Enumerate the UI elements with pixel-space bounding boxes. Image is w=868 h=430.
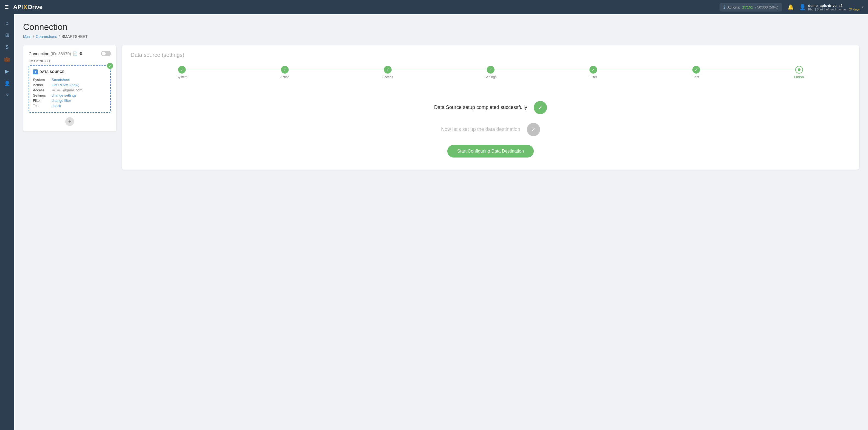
actions-total: / 50'000 (50%) [755, 5, 778, 9]
next-check-icon: ✓ [527, 123, 540, 136]
user-days: 27 days [849, 8, 860, 11]
breadcrumb: Main / Connections / SMARTSHEET [23, 34, 859, 39]
next-title: Now let's set up the data destination [441, 126, 520, 133]
logo-x: X [23, 4, 27, 11]
step-finish: Finish [747, 66, 850, 79]
ds-label-action: Action [33, 82, 52, 88]
breadcrumb-connections[interactable]: Connections [36, 34, 57, 39]
sidebar-item-dashboard[interactable]: ⊞ [2, 30, 12, 41]
ds-value-system[interactable]: Smartsheet [52, 77, 106, 82]
info-icon: ℹ [723, 5, 725, 10]
bell-icon[interactable]: 🔔 [787, 4, 794, 10]
step-label-filter: Filter [590, 75, 597, 79]
sidebar-item-home[interactable]: ⌂ [2, 18, 12, 29]
step-circle-access: ✓ [384, 66, 392, 73]
data-source-check-icon: ✓ [107, 63, 113, 69]
right-card-title-sub: (settings) [162, 52, 184, 58]
step-circle-finish [795, 66, 803, 73]
connection-toggle[interactable] [101, 51, 111, 56]
topbar: ☰ APIXDrive ℹ Actions: 25'151 / 50'000 (… [0, 0, 868, 14]
step-action: ✓ Action [234, 66, 336, 79]
add-block-button[interactable]: + [65, 117, 74, 126]
menu-icon[interactable]: ☰ [4, 4, 9, 10]
data-source-num: 1 [33, 69, 38, 74]
doc-icon[interactable]: 📄 [73, 51, 78, 56]
ds-label-test: Test [33, 103, 52, 109]
sidebar-item-account[interactable]: 👤 [2, 78, 12, 89]
ds-value-access[interactable]: ••••••••l@gmail.com [52, 88, 106, 93]
success-check-icon: ✓ [534, 101, 547, 114]
step-label-test: Test [693, 75, 699, 79]
ds-row-filter: Filter change filter [33, 98, 106, 103]
right-card-title-main: Data source [131, 52, 160, 58]
user-avatar-icon: 👤 [799, 4, 806, 10]
step-filter: ✓ Filter [542, 66, 645, 79]
right-card: Data source (settings) ✓ System ✓ Action… [122, 45, 859, 170]
logo-text-api: API [13, 4, 23, 11]
sidebar: ⌂ ⊞ $ 💼 ▶ 👤 ? [0, 14, 14, 430]
success-title: Data Source setup completed successfully [434, 104, 527, 111]
user-info: demo_apix-drive_s2 Plan | Start | left u… [808, 4, 860, 11]
success-row-2: Now let's set up the data destination ✓ [441, 123, 540, 136]
ds-row-action: Action Get ROWS (new) [33, 82, 106, 88]
sidebar-item-billing[interactable]: $ [2, 42, 12, 53]
step-label-settings: Settings [485, 75, 496, 79]
ds-value-filter[interactable]: change filter [52, 98, 106, 103]
step-circle-system: ✓ [178, 66, 186, 73]
step-settings: ✓ Settings [439, 66, 542, 79]
ds-row-test: Test check [33, 103, 106, 109]
left-card-header: Connection (ID: 38970) 📄 ⚙ [29, 51, 111, 56]
breadcrumb-sep-2: / [59, 34, 60, 39]
sidebar-item-integrations[interactable]: 💼 [2, 54, 12, 65]
ds-row-system: System Smartsheet [33, 77, 106, 82]
steps-bar: ✓ System ✓ Action ✓ Access ✓ Settings [131, 66, 850, 79]
ds-row-settings: Settings change settings [33, 93, 106, 98]
actions-counter[interactable]: ℹ Actions: 25'151 / 50'000 (50%) [719, 3, 782, 11]
data-source-block: ✓ 1 DATA SOURCE System Smartsheet Action… [29, 65, 111, 113]
logo: APIXDrive [13, 4, 42, 11]
ds-value-settings[interactable]: change settings [52, 93, 106, 98]
ds-value-action[interactable]: Get ROWS (new) [52, 82, 106, 88]
page-title: Connection [23, 22, 859, 32]
ds-label-filter: Filter [33, 98, 52, 103]
connection-title-text: Connection (ID: 38970) [29, 51, 71, 56]
right-card-title: Data source (settings) [131, 52, 850, 58]
user-plan: Plan | Start | left until payment 27 day… [808, 8, 860, 11]
data-source-header-label: DATA SOURCE [39, 70, 64, 74]
logo-text-drive: Drive [28, 4, 42, 11]
step-label-access: Access [382, 75, 393, 79]
success-area: Data Source setup completed successfully… [131, 95, 850, 163]
actions-label: Actions: [727, 5, 740, 9]
sidebar-item-run[interactable]: ▶ [2, 66, 12, 77]
left-card: Connection (ID: 38970) 📄 ⚙ SMARTSHEET ✓ … [23, 45, 116, 131]
user-menu[interactable]: 👤 demo_apix-drive_s2 Plan | Start | left… [799, 4, 864, 11]
ds-label-access: Access [33, 88, 52, 93]
step-label-system: System [177, 75, 187, 79]
data-source-header: 1 DATA SOURCE [33, 69, 106, 74]
ds-label-system: System [33, 77, 52, 82]
start-configuring-button[interactable]: Start Configuring Data Destination [447, 145, 534, 157]
step-test: ✓ Test [645, 66, 748, 79]
step-label-action: Action [280, 75, 289, 79]
breadcrumb-current: SMARTSHEET [61, 34, 88, 39]
breadcrumb-main[interactable]: Main [23, 34, 31, 39]
ds-row-access: Access ••••••••l@gmail.com [33, 88, 106, 93]
gear-icon[interactable]: ⚙ [79, 51, 83, 56]
step-access: ✓ Access [336, 66, 439, 79]
actions-used: 25'151 [742, 5, 753, 9]
success-row-1: Data Source setup completed successfully… [434, 101, 547, 114]
content: Connection Main / Connections / SMARTSHE… [14, 14, 868, 430]
step-system: ✓ System [131, 66, 234, 79]
step-circle-settings: ✓ [487, 66, 495, 73]
ds-label-settings: Settings [33, 93, 52, 98]
breadcrumb-sep-1: / [33, 34, 34, 39]
step-circle-filter: ✓ [589, 66, 597, 73]
ds-value-test[interactable]: check [52, 103, 106, 109]
cards-row: Connection (ID: 38970) 📄 ⚙ SMARTSHEET ✓ … [23, 45, 859, 170]
step-label-finish: Finish [794, 75, 804, 79]
smartsheet-label: SMARTSHEET [29, 60, 111, 63]
connection-title: Connection (ID: 38970) 📄 ⚙ [29, 51, 83, 56]
sidebar-item-help[interactable]: ? [2, 90, 12, 101]
step-circle-action: ✓ [281, 66, 289, 73]
main-layout: ⌂ ⊞ $ 💼 ▶ 👤 ? Connection Main / Connecti… [0, 14, 868, 430]
